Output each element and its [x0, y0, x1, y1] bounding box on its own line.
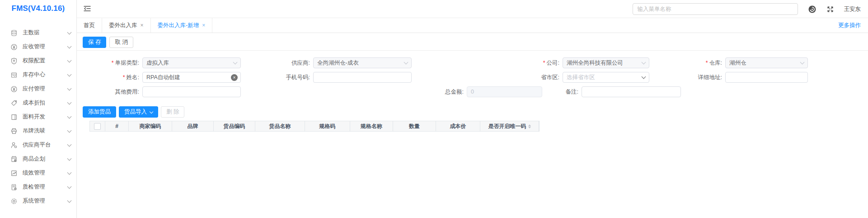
- cancel-button[interactable]: 取 消: [109, 37, 133, 48]
- sidebar-item-supplier-platform[interactable]: 供应商平台: [0, 138, 76, 152]
- sidebar-item-label: 商品企划: [23, 155, 68, 163]
- sidebar-item-master-data[interactable]: 主数据: [0, 26, 76, 40]
- add-item-button[interactable]: 添加货品: [83, 106, 116, 118]
- sidebar-item-permissions[interactable]: 权限配置: [0, 54, 76, 68]
- chevron-down-icon: [67, 142, 72, 147]
- column-quantity: 数量: [393, 121, 436, 131]
- clear-input-icon[interactable]: ×: [231, 74, 238, 81]
- warehouse-select[interactable]: 湖州仓: [725, 57, 808, 68]
- sidebar-item-label: 应付管理: [23, 85, 68, 93]
- field-label: 单据类型:: [95, 59, 142, 67]
- chevron-down-icon: [67, 86, 72, 90]
- select-all-column: [90, 121, 105, 131]
- sidebar-item-label: 系统管理: [23, 197, 68, 205]
- inventory-box-icon: [10, 71, 18, 79]
- tab-home[interactable]: 首页: [77, 18, 102, 33]
- sidebar-item-cost-discount[interactable]: 成本折扣: [0, 96, 76, 110]
- field-name: 姓名: ×: [95, 72, 241, 83]
- field-company: 公司: 湖州全尚科技有限公司: [515, 57, 649, 68]
- more-actions-link[interactable]: 更多操作: [838, 18, 861, 33]
- column-cost-price: 成本价: [436, 121, 480, 131]
- close-icon[interactable]: ×: [141, 23, 144, 28]
- field-other-fee: 其他费用:: [95, 86, 241, 97]
- menu-search-input[interactable]: [633, 3, 798, 15]
- field-label: 手机号码:: [266, 74, 313, 81]
- field-doc-type: 单据类型: 虚拟入库: [95, 57, 241, 68]
- field-label: 备注:: [534, 88, 582, 96]
- field-label: 省市区:: [515, 74, 563, 81]
- other-fee-input[interactable]: [143, 87, 240, 97]
- column-merchant-code: 商家编码: [129, 121, 172, 131]
- company-select[interactable]: 湖州全尚科技有限公司: [563, 57, 649, 68]
- sort-icon[interactable]: [528, 124, 531, 128]
- printer-icon: [10, 128, 18, 135]
- chevron-down-icon: [642, 60, 646, 65]
- app-window: FMS(V4.10.16) 主数据 应收管理 权限配置 库存中心: [0, 0, 868, 218]
- sidebar-item-inventory-center[interactable]: 库存中心: [0, 68, 76, 82]
- gear-icon: [10, 198, 18, 205]
- field-supplier: 供应商: 全尚湖州仓-成衣: [266, 57, 412, 68]
- field-remark: 备注:: [534, 86, 681, 97]
- user-menu[interactable]: 王安东: [844, 5, 861, 13]
- delete-items-button: 删 除: [161, 106, 184, 118]
- field-total-amount: 总金额:: [419, 86, 542, 97]
- sidebar-item-product-planning[interactable]: 商品企划: [0, 152, 76, 166]
- chevron-down-icon: [67, 44, 72, 48]
- sidebar-item-label: 库存中心: [23, 71, 68, 79]
- column-index: #: [105, 121, 129, 131]
- phone-input[interactable]: [314, 72, 411, 82]
- sidebar-item-receivables[interactable]: 应收管理: [0, 40, 76, 54]
- sidebar-menu: 主数据 应收管理 权限配置 库存中心 应付管理: [0, 26, 76, 208]
- chevron-down-icon: [233, 60, 238, 65]
- other-fee-input-box: [142, 86, 241, 97]
- field-warehouse: 仓库: 湖州仓: [678, 57, 808, 68]
- menu-fold-icon[interactable]: [83, 5, 91, 14]
- remark-input[interactable]: [582, 87, 680, 97]
- inspection-doc-icon: [10, 184, 18, 191]
- field-region: 省市区: 选择省市区: [515, 72, 649, 83]
- save-button[interactable]: 保 存: [83, 37, 106, 48]
- supplier-select[interactable]: 全尚湖州仓-成衣: [313, 57, 412, 68]
- chevron-down-icon: [67, 156, 72, 161]
- address-input[interactable]: [726, 72, 807, 82]
- name-input[interactable]: [143, 72, 240, 82]
- field-label: 其他费用:: [95, 88, 142, 96]
- name-input-box: ×: [142, 72, 241, 83]
- sidebar-item-performance[interactable]: 绩效管理: [0, 166, 76, 180]
- sidebar-item-payables[interactable]: 应付管理: [0, 82, 76, 96]
- select-all-checkbox[interactable]: [94, 123, 101, 130]
- tab-outsource-inout-new[interactable]: 委外出入库-新增 ×: [151, 18, 213, 33]
- column-item-code: 货品编码: [214, 121, 255, 131]
- field-label: 详细地址:: [678, 74, 725, 81]
- field-label: 姓名:: [95, 74, 142, 81]
- tab-outsource-inout[interactable]: 委外出入库 ×: [102, 18, 151, 33]
- import-items-button[interactable]: 货品导入: [119, 106, 158, 118]
- main-content: 保 存 取 消 单据类型: 虚拟入库 供应商: 全尚湖州仓-成衣 公司: 湖州全…: [77, 33, 868, 218]
- browser-icon[interactable]: [808, 5, 816, 14]
- sidebar-item-quality-check[interactable]: 质检管理: [0, 180, 76, 194]
- field-label: 仓库:: [678, 59, 725, 67]
- clipboard-plan-icon: [10, 156, 18, 163]
- sidebar-item-system[interactable]: 系统管理: [0, 194, 76, 208]
- item-action-bar: 添加货品 货品导入 删 除: [83, 106, 184, 118]
- chevron-down-icon: [67, 198, 72, 203]
- sidebar-item-tags-labels[interactable]: 吊牌洗唛: [0, 124, 76, 138]
- field-phone: 手机号码:: [266, 72, 412, 83]
- tab-bar: 首页 委外出入库 × 委外出入库-新增 × 更多操作: [77, 18, 868, 33]
- field-label: 总金额:: [419, 88, 467, 96]
- field-label: 公司:: [515, 59, 563, 67]
- yen-circle-icon: [10, 85, 18, 93]
- sidebar-item-fabric-dev[interactable]: 面料开发: [0, 110, 76, 124]
- close-icon[interactable]: ×: [202, 23, 205, 28]
- sidebar-item-label: 成本折扣: [23, 99, 68, 107]
- doc-type-select[interactable]: 虚拟入库: [142, 57, 241, 68]
- chevron-down-icon: [67, 128, 72, 133]
- column-unique-code[interactable]: 是否开启唯一码: [480, 121, 539, 131]
- chevron-down-icon: [67, 184, 72, 189]
- sidebar-item-label: 权限配置: [23, 57, 68, 65]
- items-table-header: # 商家编码 品牌 货品编码 货品名称 规格码 规格名称 数量 成本价 是否开启…: [89, 121, 540, 132]
- column-brand: 品牌: [172, 121, 214, 131]
- shield-icon: [10, 57, 18, 65]
- fullscreen-icon[interactable]: [826, 5, 834, 13]
- region-cascader[interactable]: 选择省市区: [563, 72, 649, 83]
